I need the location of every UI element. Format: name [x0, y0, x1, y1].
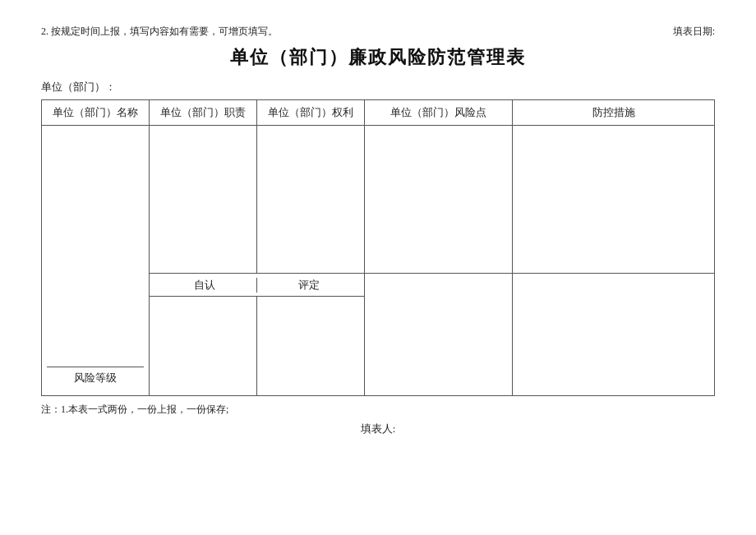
main-title: 单位（部门）廉政风险防范管理表	[41, 45, 715, 70]
footer-filler: 填表人:	[41, 422, 715, 436]
page: 2. 按规定时间上报，填写内容如有需要，可增页填写。 填表日期: 单位（部门）廉…	[0, 0, 756, 535]
main-table: 单位（部门）名称 单位（部门）职责 单位（部门）权利 单位（部门）风险点 防控措…	[41, 99, 715, 396]
note-left: 2. 按规定时间上报，填写内容如有需要，可增页填写。	[41, 25, 278, 39]
top-notes: 2. 按规定时间上报，填写内容如有需要，可增页填写。 填表日期:	[41, 25, 715, 39]
footer-note-text: 注：1.本表一式两份，一份上报，一份保存;	[41, 404, 228, 415]
cell-ziren-data	[150, 297, 257, 395]
cell-control	[513, 126, 715, 274]
cell-control-2	[513, 274, 715, 396]
unit-label: 单位（部门）：	[41, 80, 715, 95]
cell-risk-data	[150, 297, 365, 396]
risk-level-label: 风险等级	[47, 367, 144, 389]
cell-duty	[150, 126, 257, 274]
table-header-row: 单位（部门）名称 单位（部门）职责 单位（部门）权利 单位（部门）风险点 防控措…	[42, 100, 715, 126]
cell-ziren: 自认 评定	[150, 274, 365, 297]
cell-name: 风险等级	[42, 126, 150, 396]
subheader-pingding: 评定	[257, 278, 361, 293]
col-header-risk: 单位（部门）风险点	[365, 100, 513, 126]
footer-notes: 注：1.本表一式两份，一份上报，一份保存;	[41, 403, 715, 417]
filler-label: 填表人:	[361, 422, 396, 436]
cell-pingding-data	[257, 297, 364, 395]
note-right: 填表日期:	[673, 25, 715, 39]
col-header-name: 单位（部门）名称	[42, 100, 150, 126]
col-header-right: 单位（部门）权利	[257, 100, 365, 126]
col-header-duty: 单位（部门）职责	[150, 100, 257, 126]
cell-risk-point-2	[365, 274, 513, 396]
cell-right	[257, 126, 365, 274]
subheader-ziren: 自认	[153, 278, 257, 293]
col-header-control: 防控措施	[513, 100, 715, 126]
cell-risk-point	[365, 126, 513, 274]
main-data-row: 风险等级	[42, 126, 715, 274]
